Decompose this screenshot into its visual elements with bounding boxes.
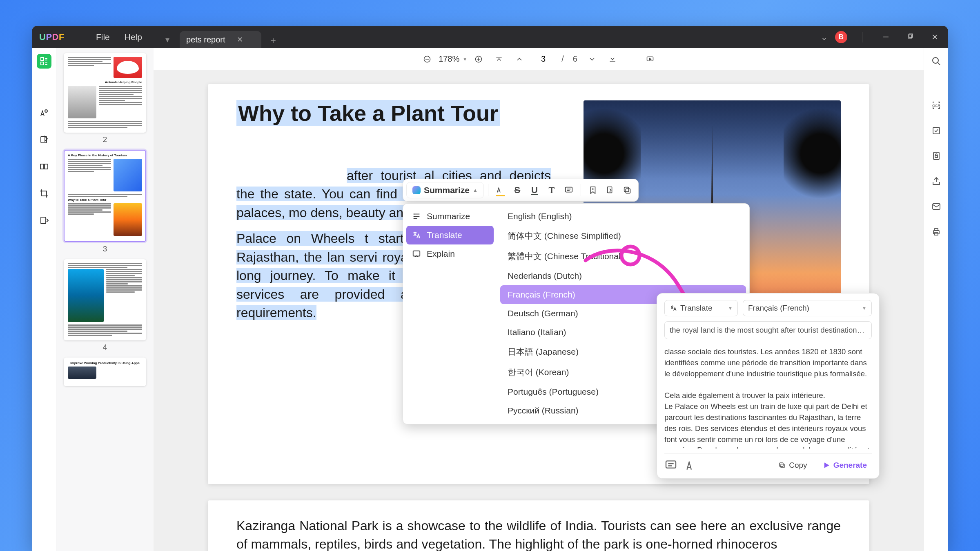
bookmark-icon[interactable] xyxy=(585,182,601,198)
svg-rect-6 xyxy=(41,62,44,65)
translate-lang-select[interactable]: Français (French) ▼ xyxy=(743,300,872,316)
print-icon[interactable] xyxy=(929,224,944,239)
share-icon[interactable] xyxy=(929,174,944,189)
next-page-icon[interactable] xyxy=(586,53,598,65)
thumbnail[interactable]: Animals Helping People xyxy=(64,53,146,133)
ai-translate-label: Translate xyxy=(427,230,462,240)
close-icon[interactable]: ✕ xyxy=(237,35,243,44)
present-icon[interactable] xyxy=(644,53,656,65)
svg-rect-49 xyxy=(935,156,938,158)
thumb-section-title: Animals Helping People xyxy=(68,80,142,84)
svg-rect-25 xyxy=(566,187,572,192)
mail-icon[interactable] xyxy=(929,199,944,214)
ai-explain[interactable]: Explain xyxy=(406,244,494,263)
prev-page-icon[interactable] xyxy=(514,53,525,65)
translate-panel: Translate ▼ Français (French) ▼ the roya… xyxy=(657,293,880,479)
text-style-icon[interactable]: T xyxy=(544,182,559,198)
translate-lang-label: Français (French) xyxy=(748,304,809,313)
app-window: UPDF File Help ▾ pets report ✕ ＋ ⌄ B xyxy=(32,26,948,551)
page-input[interactable] xyxy=(534,54,552,64)
organize-icon[interactable] xyxy=(37,159,51,174)
convert-icon[interactable] xyxy=(37,213,51,228)
svg-rect-14 xyxy=(45,164,48,169)
avatar[interactable]: B xyxy=(835,31,847,43)
ai-summarize-label: Summarize xyxy=(427,211,470,221)
ocr-icon[interactable]: OCR xyxy=(929,98,944,113)
translate-mode-select[interactable]: Translate ▼ xyxy=(664,300,738,316)
body-paragraph: Kaziranga National Park is a showcase to… xyxy=(236,517,841,551)
summarize-button[interactable]: Summarize ▲ xyxy=(406,182,484,198)
chevron-down-icon[interactable]: ⌄ xyxy=(821,32,828,42)
lang-option[interactable]: Nederlands (Dutch) xyxy=(500,267,746,285)
svg-rect-52 xyxy=(935,229,938,231)
tab-strip: ▾ pets report ✕ ＋ xyxy=(158,26,281,48)
translate-input[interactable]: the royal land is the most sought after … xyxy=(664,321,872,339)
thumbnail-panel[interactable]: Animals Helping People 2 A Key Phase in … xyxy=(56,48,154,551)
page: Kaziranga National Park is a showcase to… xyxy=(208,500,869,551)
thumb-label: 3 xyxy=(64,244,146,253)
svg-rect-42 xyxy=(780,463,783,467)
ai-translate[interactable]: Translate xyxy=(406,226,494,244)
tab-active[interactable]: pets report ✕ xyxy=(180,31,261,48)
translate-output[interactable]: classe sociale des touristes. Les années… xyxy=(664,347,872,449)
svg-rect-48 xyxy=(933,152,939,160)
comment-icon[interactable] xyxy=(561,182,577,198)
highlight-icon[interactable] xyxy=(492,182,508,198)
highlight-icon[interactable] xyxy=(683,459,696,472)
thumb-label: 4 xyxy=(64,343,146,352)
zoom-select[interactable]: 178% ▼ xyxy=(439,54,467,64)
annotation-icon[interactable] xyxy=(37,105,51,120)
last-page-icon[interactable] xyxy=(607,53,618,65)
zoom-out-icon[interactable] xyxy=(421,53,433,65)
page-total: 6 xyxy=(573,54,577,64)
edit-icon[interactable] xyxy=(37,132,51,147)
generate-button[interactable]: Generate xyxy=(818,458,872,473)
thumbnail[interactable]: A Key Phase in the History of Tourism Wh… xyxy=(64,150,146,242)
maximize-button[interactable] xyxy=(902,29,919,46)
lang-option[interactable]: English (English) xyxy=(500,207,746,226)
thumb-label: 2 xyxy=(64,135,146,144)
svg-rect-38 xyxy=(666,461,676,468)
left-rail xyxy=(32,48,56,551)
titlebar-right: ⌄ B xyxy=(821,29,943,46)
ai-summarize[interactable]: Summarize xyxy=(406,207,494,226)
zoom-in-icon[interactable] xyxy=(473,53,484,65)
first-page-icon[interactable] xyxy=(493,53,505,65)
copy-icon[interactable] xyxy=(619,182,635,198)
caret-icon: ▼ xyxy=(862,306,866,311)
summarize-label: Summarize xyxy=(424,185,470,195)
copy-label: Copy xyxy=(789,461,807,470)
thumbnail[interactable] xyxy=(64,259,146,340)
save-icon[interactable] xyxy=(929,123,944,138)
protect-icon[interactable] xyxy=(929,149,944,163)
extract-icon[interactable] xyxy=(602,182,618,198)
menu-help[interactable]: Help xyxy=(125,32,142,42)
svg-rect-5 xyxy=(41,58,44,60)
minimize-button[interactable] xyxy=(877,29,894,46)
view-toolbar: 178% ▼ / 6 xyxy=(154,48,924,70)
svg-rect-32 xyxy=(624,187,629,192)
thumbnail[interactable]: Improve Working Productivity in Using Ap… xyxy=(64,358,146,386)
thumb-section-title: Improve Working Productivity in Using Ap… xyxy=(68,361,142,365)
lang-option[interactable]: 简体中文 (Chinese Simplified) xyxy=(500,226,746,246)
tab-add[interactable]: ＋ xyxy=(265,33,281,48)
strikethrough-icon[interactable]: S xyxy=(510,182,525,198)
svg-point-11 xyxy=(45,110,47,112)
ai-explain-label: Explain xyxy=(427,249,455,259)
crop-icon[interactable] xyxy=(37,186,51,201)
tab-home-stub[interactable]: ▾ xyxy=(158,31,177,48)
svg-rect-31 xyxy=(626,189,630,193)
tab-title: pets report xyxy=(186,35,225,44)
lang-option[interactable]: 繁體中文 (Chinese Traditional) xyxy=(500,246,746,267)
underline-icon[interactable]: U xyxy=(527,182,542,198)
search-icon[interactable] xyxy=(929,54,944,69)
zoom-value: 178% xyxy=(439,54,459,64)
note-icon[interactable] xyxy=(664,459,677,472)
thumbnails-icon[interactable] xyxy=(37,54,51,69)
generate-label: Generate xyxy=(833,461,867,470)
copy-button[interactable]: Copy xyxy=(773,458,812,473)
menu-file[interactable]: File xyxy=(96,32,110,42)
close-button[interactable] xyxy=(926,29,943,46)
list-icon xyxy=(412,212,421,221)
svg-rect-15 xyxy=(41,217,46,224)
